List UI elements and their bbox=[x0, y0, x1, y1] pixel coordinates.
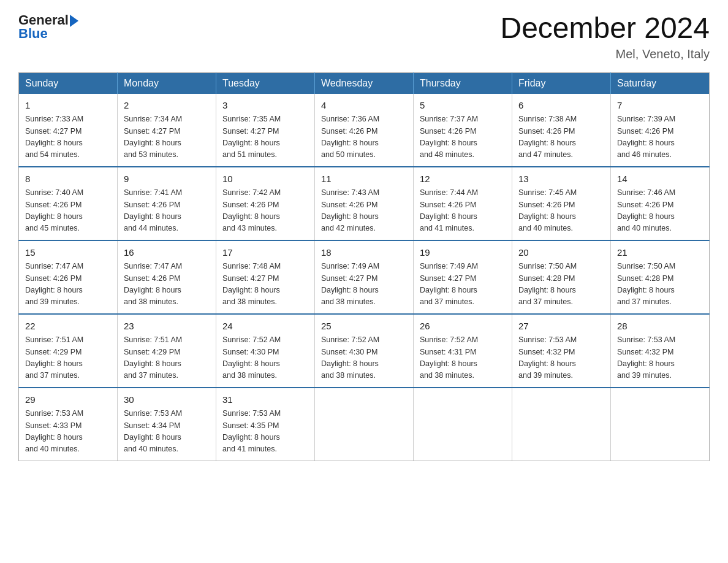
day-number: 24 bbox=[222, 320, 308, 334]
day-info: Sunrise: 7:45 AMSunset: 4:26 PMDaylight:… bbox=[518, 187, 604, 235]
day-info: Sunrise: 7:39 AMSunset: 4:26 PMDaylight:… bbox=[617, 113, 703, 161]
day-number: 9 bbox=[124, 172, 210, 186]
day-number: 23 bbox=[124, 320, 210, 334]
table-row: 14Sunrise: 7:46 AMSunset: 4:26 PMDayligh… bbox=[611, 167, 710, 240]
table-row: 9Sunrise: 7:41 AMSunset: 4:26 PMDaylight… bbox=[118, 167, 216, 240]
day-number: 5 bbox=[420, 99, 506, 113]
table-row: 1Sunrise: 7:33 AMSunset: 4:27 PMDaylight… bbox=[19, 94, 118, 167]
table-row: 8Sunrise: 7:40 AMSunset: 4:26 PMDaylight… bbox=[19, 167, 118, 240]
day-number: 13 bbox=[518, 172, 604, 186]
day-info: Sunrise: 7:50 AMSunset: 4:28 PMDaylight:… bbox=[518, 261, 604, 308]
day-number: 25 bbox=[321, 320, 407, 334]
day-number: 18 bbox=[321, 246, 407, 260]
table-row: 11Sunrise: 7:43 AMSunset: 4:26 PMDayligh… bbox=[315, 167, 414, 240]
table-row bbox=[315, 388, 414, 461]
calendar-week-row: 8Sunrise: 7:40 AMSunset: 4:26 PMDaylight… bbox=[19, 167, 710, 240]
day-info: Sunrise: 7:33 AMSunset: 4:27 PMDaylight:… bbox=[25, 113, 111, 161]
table-row: 7Sunrise: 7:39 AMSunset: 4:26 PMDaylight… bbox=[611, 94, 710, 167]
page-header: General Blue December 2024 Mel, Veneto, … bbox=[18, 12, 710, 61]
table-row: 16Sunrise: 7:47 AMSunset: 4:26 PMDayligh… bbox=[118, 240, 216, 314]
day-number: 16 bbox=[124, 246, 210, 260]
day-number: 26 bbox=[420, 320, 506, 334]
day-info: Sunrise: 7:52 AMSunset: 4:30 PMDaylight:… bbox=[222, 334, 308, 382]
day-info: Sunrise: 7:49 AMSunset: 4:27 PMDaylight:… bbox=[420, 261, 506, 308]
day-info: Sunrise: 7:49 AMSunset: 4:27 PMDaylight:… bbox=[321, 261, 407, 308]
day-info: Sunrise: 7:38 AMSunset: 4:26 PMDaylight:… bbox=[518, 113, 604, 161]
day-number: 20 bbox=[518, 246, 604, 260]
day-number: 1 bbox=[25, 99, 111, 113]
day-info: Sunrise: 7:46 AMSunset: 4:26 PMDaylight:… bbox=[617, 187, 703, 235]
day-number: 10 bbox=[222, 172, 308, 186]
col-tuesday: Tuesday bbox=[216, 72, 315, 94]
day-info: Sunrise: 7:53 AMSunset: 4:34 PMDaylight:… bbox=[124, 408, 210, 456]
day-info: Sunrise: 7:37 AMSunset: 4:26 PMDaylight:… bbox=[420, 113, 506, 161]
day-info: Sunrise: 7:42 AMSunset: 4:26 PMDaylight:… bbox=[222, 187, 308, 235]
table-row: 25Sunrise: 7:52 AMSunset: 4:30 PMDayligh… bbox=[315, 314, 414, 388]
table-row: 22Sunrise: 7:51 AMSunset: 4:29 PMDayligh… bbox=[19, 314, 118, 388]
day-info: Sunrise: 7:40 AMSunset: 4:26 PMDaylight:… bbox=[25, 187, 111, 235]
table-row: 17Sunrise: 7:48 AMSunset: 4:27 PMDayligh… bbox=[216, 240, 315, 314]
table-row: 23Sunrise: 7:51 AMSunset: 4:29 PMDayligh… bbox=[118, 314, 216, 388]
day-info: Sunrise: 7:48 AMSunset: 4:27 PMDaylight:… bbox=[222, 261, 308, 308]
table-row: 24Sunrise: 7:52 AMSunset: 4:30 PMDayligh… bbox=[216, 314, 315, 388]
calendar-week-row: 15Sunrise: 7:47 AMSunset: 4:26 PMDayligh… bbox=[19, 240, 710, 314]
day-info: Sunrise: 7:51 AMSunset: 4:29 PMDaylight:… bbox=[124, 334, 210, 382]
logo-blue-text: Blue bbox=[18, 26, 48, 42]
table-row: 5Sunrise: 7:37 AMSunset: 4:26 PMDaylight… bbox=[414, 94, 512, 167]
col-saturday: Saturday bbox=[611, 72, 710, 94]
col-thursday: Thursday bbox=[414, 72, 512, 94]
table-row bbox=[512, 388, 611, 461]
day-info: Sunrise: 7:36 AMSunset: 4:26 PMDaylight:… bbox=[321, 113, 407, 161]
day-number: 17 bbox=[222, 246, 308, 260]
day-info: Sunrise: 7:47 AMSunset: 4:26 PMDaylight:… bbox=[25, 261, 111, 308]
col-friday: Friday bbox=[512, 72, 611, 94]
table-row: 15Sunrise: 7:47 AMSunset: 4:26 PMDayligh… bbox=[19, 240, 118, 314]
table-row: 13Sunrise: 7:45 AMSunset: 4:26 PMDayligh… bbox=[512, 167, 611, 240]
table-row bbox=[414, 388, 512, 461]
day-number: 11 bbox=[321, 172, 407, 186]
table-row: 20Sunrise: 7:50 AMSunset: 4:28 PMDayligh… bbox=[512, 240, 611, 314]
day-info: Sunrise: 7:52 AMSunset: 4:31 PMDaylight:… bbox=[420, 334, 506, 382]
calendar-week-row: 1Sunrise: 7:33 AMSunset: 4:27 PMDaylight… bbox=[19, 94, 710, 167]
location: Mel, Veneto, Italy bbox=[500, 47, 710, 61]
day-info: Sunrise: 7:44 AMSunset: 4:26 PMDaylight:… bbox=[420, 187, 506, 235]
table-row: 21Sunrise: 7:50 AMSunset: 4:28 PMDayligh… bbox=[611, 240, 710, 314]
day-info: Sunrise: 7:53 AMSunset: 4:32 PMDaylight:… bbox=[518, 334, 604, 382]
table-row: 6Sunrise: 7:38 AMSunset: 4:26 PMDaylight… bbox=[512, 94, 611, 167]
day-number: 3 bbox=[222, 99, 308, 113]
day-number: 21 bbox=[617, 246, 703, 260]
table-row: 28Sunrise: 7:53 AMSunset: 4:32 PMDayligh… bbox=[611, 314, 710, 388]
day-info: Sunrise: 7:53 AMSunset: 4:33 PMDaylight:… bbox=[25, 408, 111, 456]
calendar-table: Sunday Monday Tuesday Wednesday Thursday… bbox=[18, 72, 710, 461]
table-row: 29Sunrise: 7:53 AMSunset: 4:33 PMDayligh… bbox=[19, 388, 118, 461]
col-wednesday: Wednesday bbox=[315, 72, 414, 94]
day-info: Sunrise: 7:51 AMSunset: 4:29 PMDaylight:… bbox=[25, 334, 111, 382]
day-number: 28 bbox=[617, 320, 703, 334]
table-row: 10Sunrise: 7:42 AMSunset: 4:26 PMDayligh… bbox=[216, 167, 315, 240]
day-number: 31 bbox=[222, 393, 308, 407]
table-row: 3Sunrise: 7:35 AMSunset: 4:27 PMDaylight… bbox=[216, 94, 315, 167]
day-number: 7 bbox=[617, 99, 703, 113]
day-number: 2 bbox=[124, 99, 210, 113]
day-number: 15 bbox=[25, 246, 111, 260]
day-info: Sunrise: 7:50 AMSunset: 4:28 PMDaylight:… bbox=[617, 261, 703, 308]
day-info: Sunrise: 7:34 AMSunset: 4:27 PMDaylight:… bbox=[124, 113, 210, 161]
title-area: December 2024 Mel, Veneto, Italy bbox=[500, 12, 710, 61]
col-sunday: Sunday bbox=[19, 72, 118, 94]
day-info: Sunrise: 7:52 AMSunset: 4:30 PMDaylight:… bbox=[321, 334, 407, 382]
day-number: 30 bbox=[124, 393, 210, 407]
day-number: 14 bbox=[617, 172, 703, 186]
day-info: Sunrise: 7:41 AMSunset: 4:26 PMDaylight:… bbox=[124, 187, 210, 235]
table-row: 19Sunrise: 7:49 AMSunset: 4:27 PMDayligh… bbox=[414, 240, 512, 314]
table-row: 18Sunrise: 7:49 AMSunset: 4:27 PMDayligh… bbox=[315, 240, 414, 314]
table-row: 26Sunrise: 7:52 AMSunset: 4:31 PMDayligh… bbox=[414, 314, 512, 388]
calendar-header-row: Sunday Monday Tuesday Wednesday Thursday… bbox=[19, 72, 710, 94]
table-row bbox=[611, 388, 710, 461]
table-row: 27Sunrise: 7:53 AMSunset: 4:32 PMDayligh… bbox=[512, 314, 611, 388]
day-number: 6 bbox=[518, 99, 604, 113]
day-number: 27 bbox=[518, 320, 604, 334]
day-info: Sunrise: 7:35 AMSunset: 4:27 PMDaylight:… bbox=[222, 113, 308, 161]
col-monday: Monday bbox=[118, 72, 216, 94]
table-row: 4Sunrise: 7:36 AMSunset: 4:26 PMDaylight… bbox=[315, 94, 414, 167]
calendar-week-row: 29Sunrise: 7:53 AMSunset: 4:33 PMDayligh… bbox=[19, 388, 710, 461]
